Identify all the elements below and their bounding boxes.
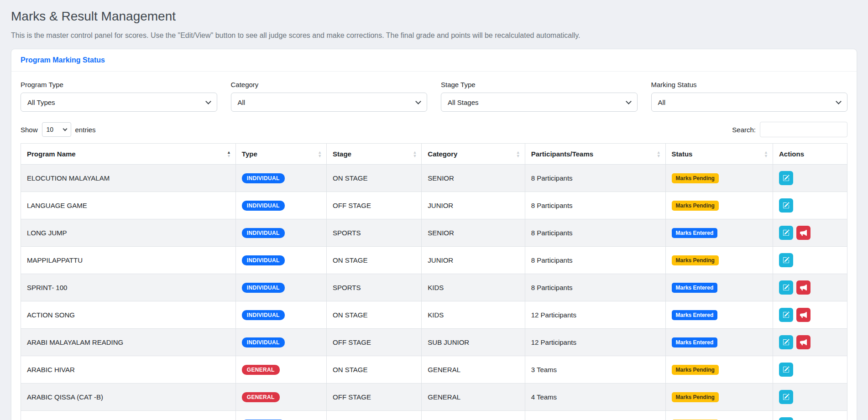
edit-icon <box>783 311 790 318</box>
entries-label: entries <box>75 126 96 134</box>
type-cell: INDIVIDUAL <box>235 192 326 219</box>
page: Marks & Result Management This is the ma… <box>0 0 868 420</box>
marking-status-select[interactable]: All <box>651 93 848 112</box>
type-badge: INDIVIDUAL <box>242 337 285 347</box>
edit-view-button[interactable] <box>779 253 793 267</box>
category-cell: SUB JUNIOR <box>422 329 525 356</box>
column-label: Participants/Teams <box>531 150 593 158</box>
program-marking-status-card: Program Marking Status Program TypeAll T… <box>11 49 857 420</box>
edit-view-button[interactable] <box>779 363 793 377</box>
edit-view-button[interactable] <box>779 226 793 240</box>
card-body: Program TypeAll TypesCategoryAllStage Ty… <box>11 72 857 420</box>
category-cell: JUNIOR <box>422 192 525 219</box>
sort-desc-icon: ▼ <box>657 154 661 158</box>
stage-cell: ON STAGE <box>327 165 422 192</box>
page-length-value: 10 <box>47 126 54 133</box>
status-badge: Marks Pending <box>672 255 719 265</box>
table-row: SPRINT- 100INDIVIDUALSPORTSKIDS8 Partici… <box>21 274 847 301</box>
sort-desc-icon: ▼ <box>318 154 322 158</box>
type-cell: GENERAL <box>235 384 326 411</box>
chevron-down-icon <box>836 99 842 104</box>
sort-icons: ▲▼ <box>227 150 231 158</box>
edit-view-button[interactable] <box>779 335 793 349</box>
category-cell: GENERAL <box>422 356 525 384</box>
participants-cell: 3 Teams <box>525 356 665 384</box>
stage-cell: ON STAGE <box>327 247 422 274</box>
filter-label: Stage Type <box>441 81 638 88</box>
category-select[interactable]: All <box>231 93 428 112</box>
type-badge: INDIVIDUAL <box>242 228 285 238</box>
table-row: ARABIC QISSA (CAT -B)GENERALOFF STAGEGEN… <box>21 384 847 411</box>
column-label: Category <box>428 150 457 158</box>
card-header: Program Marking Status <box>11 49 857 72</box>
type-cell: INDIVIDUAL <box>235 247 326 274</box>
edit-view-button[interactable] <box>779 171 793 185</box>
program-name-cell: SPRINT- 100 <box>21 274 236 301</box>
table-body: ELOCUTION MALAYALAMINDIVIDUALON STAGESEN… <box>21 165 847 420</box>
type-badge: GENERAL <box>242 365 280 375</box>
sort-desc-icon: ▼ <box>227 154 231 158</box>
announce-result-button[interactable] <box>796 280 810 295</box>
actions-cell <box>773 411 847 420</box>
actions-cell <box>773 165 847 192</box>
column-header-status[interactable]: Status▲▼ <box>665 144 773 165</box>
filter-program-type: Program TypeAll Types <box>21 81 217 112</box>
edit-view-button[interactable] <box>779 390 793 404</box>
announce-result-button[interactable] <box>796 308 810 322</box>
edit-icon <box>783 202 790 209</box>
table-header-row: Program Name▲▼Type▲▼Stage▲▼Category▲▼Par… <box>21 144 847 165</box>
status-badge: Marks Entered <box>672 283 718 293</box>
column-header-type[interactable]: Type▲▼ <box>235 144 326 165</box>
table-row: LANGUAGE GAMEINDIVIDUALOFF STAGEJUNIOR8 … <box>21 192 847 219</box>
announce-result-button[interactable] <box>796 226 810 240</box>
column-header-stage[interactable]: Stage▲▼ <box>327 144 422 165</box>
status-badge: Marks Pending <box>672 365 719 375</box>
card-title: Program Marking Status <box>21 56 105 64</box>
category-cell: KIDS <box>422 274 525 301</box>
edit-view-button[interactable] <box>779 198 793 213</box>
column-header-category[interactable]: Category▲▼ <box>422 144 525 165</box>
status-cell: Marks Entered <box>665 301 773 329</box>
filters-row: Program TypeAll TypesCategoryAllStage Ty… <box>21 81 847 112</box>
type-cell: INDIVIDUAL <box>235 301 326 329</box>
edit-view-button[interactable] <box>779 280 793 295</box>
table-controls: Show 10 entries Search: <box>21 122 847 137</box>
type-cell: INDIVIDUAL <box>235 274 326 301</box>
program-name-cell: ARABIC QISSA (CAT -B) <box>21 384 236 411</box>
page-length-select[interactable]: 10 <box>42 122 71 137</box>
chevron-down-icon <box>63 126 67 131</box>
select-value: All Stages <box>448 99 479 106</box>
filter-marking-status: Marking StatusAll <box>651 81 848 112</box>
program-marking-table: Program Name▲▼Type▲▼Stage▲▼Category▲▼Par… <box>21 143 847 420</box>
search-input[interactable] <box>760 122 847 137</box>
select-value: All <box>238 99 246 106</box>
status-cell: Marks Pending <box>665 356 773 384</box>
filter-category: CategoryAll <box>231 81 428 112</box>
type-badge: INDIVIDUAL <box>242 255 285 265</box>
column-label: Program Name <box>27 150 76 158</box>
megaphone-icon <box>800 339 807 346</box>
participants-cell: 8 Participants <box>525 274 665 301</box>
megaphone-icon <box>800 311 807 318</box>
participants-cell: 12 Participants <box>525 329 665 356</box>
column-header-participants-teams[interactable]: Participants/Teams▲▼ <box>525 144 665 165</box>
table-row: ARABI MALAYALAM READINGINDIVIDUALOFF STA… <box>21 329 847 356</box>
program-name-cell: LONG JUMP <box>21 219 236 247</box>
status-cell: Marks Pending <box>665 384 773 411</box>
announce-result-button[interactable] <box>796 335 810 349</box>
type-badge: INDIVIDUAL <box>242 310 285 320</box>
edit-view-button[interactable] <box>779 417 793 420</box>
stage-type-select[interactable]: All Stages <box>441 93 638 112</box>
chevron-down-icon <box>626 99 632 104</box>
actions-cell <box>773 329 847 356</box>
actions-cell <box>773 356 847 384</box>
program-name-cell: ARABI MALAYALAM READING <box>21 329 236 356</box>
table-row: ARABIC HIVARGENERALON STAGEGENERAL3 Team… <box>21 356 847 384</box>
edit-view-button[interactable] <box>779 308 793 322</box>
table-row: MAPPILAPPATTUINDIVIDUALON STAGEJUNIOR8 P… <box>21 247 847 274</box>
program-type-select[interactable]: All Types <box>21 93 217 112</box>
sort-icons: ▲▼ <box>764 150 768 158</box>
column-header-program-name[interactable]: Program Name▲▼ <box>21 144 236 165</box>
stage-cell: ON STAGE <box>327 301 422 329</box>
type-badge: INDIVIDUAL <box>242 173 285 183</box>
